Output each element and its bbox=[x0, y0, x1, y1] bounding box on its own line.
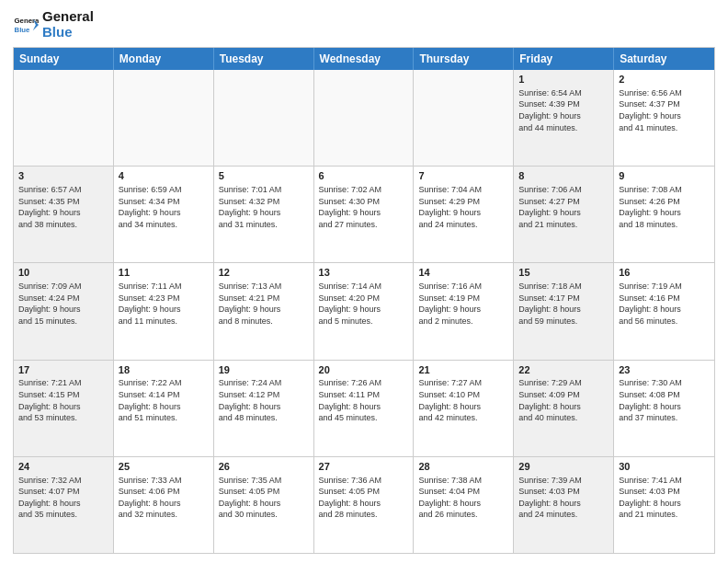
cell-info: Sunrise: 7:14 AM Sunset: 4:20 PM Dayligh… bbox=[319, 281, 409, 327]
logo-text-blue: Blue bbox=[42, 25, 94, 40]
calendar: SundayMondayTuesdayWednesdayThursdayFrid… bbox=[13, 47, 715, 554]
calendar-cell-23: 23Sunrise: 7:30 AM Sunset: 4:08 PM Dayli… bbox=[614, 361, 714, 456]
calendar-cell-9: 9Sunrise: 7:08 AM Sunset: 4:26 PM Daylig… bbox=[614, 167, 714, 262]
weekday-header-sunday: Sunday bbox=[14, 48, 114, 70]
day-number: 1 bbox=[518, 73, 609, 86]
day-number: 5 bbox=[219, 169, 309, 183]
header: General Blue General Blue bbox=[13, 9, 715, 40]
day-number: 19 bbox=[219, 363, 309, 377]
weekday-header-saturday: Saturday bbox=[614, 48, 714, 70]
weekday-header-thursday: Thursday bbox=[414, 48, 514, 70]
cell-info: Sunrise: 7:39 AM Sunset: 4:03 PM Dayligh… bbox=[518, 475, 609, 521]
calendar-header: SundayMondayTuesdayWednesdayThursdayFrid… bbox=[14, 48, 714, 70]
cell-info: Sunrise: 7:27 AM Sunset: 4:10 PM Dayligh… bbox=[418, 377, 508, 423]
day-number: 28 bbox=[418, 460, 508, 474]
calendar-cell-empty-0-2 bbox=[214, 70, 314, 166]
logo-icon: General Blue bbox=[13, 12, 39, 38]
day-number: 26 bbox=[219, 460, 309, 474]
calendar-cell-12: 12Sunrise: 7:13 AM Sunset: 4:21 PM Dayli… bbox=[214, 263, 314, 359]
weekday-header-friday: Friday bbox=[514, 48, 614, 70]
calendar-cell-empty-0-3 bbox=[314, 70, 415, 166]
calendar-body: 1Sunrise: 6:54 AM Sunset: 4:39 PM Daylig… bbox=[14, 70, 714, 553]
cell-info: Sunrise: 7:19 AM Sunset: 4:16 PM Dayligh… bbox=[619, 281, 710, 327]
calendar-cell-11: 11Sunrise: 7:11 AM Sunset: 4:23 PM Dayli… bbox=[114, 263, 214, 359]
day-number: 7 bbox=[418, 169, 508, 183]
day-number: 21 bbox=[418, 363, 508, 377]
svg-text:Blue: Blue bbox=[15, 25, 31, 33]
logo-text-general: General bbox=[42, 9, 94, 25]
calendar-row-2: 3Sunrise: 6:57 AM Sunset: 4:35 PM Daylig… bbox=[14, 166, 714, 262]
cell-info: Sunrise: 6:54 AM Sunset: 4:39 PM Dayligh… bbox=[518, 87, 609, 133]
cell-info: Sunrise: 7:30 AM Sunset: 4:08 PM Dayligh… bbox=[619, 377, 710, 423]
cell-info: Sunrise: 7:13 AM Sunset: 4:21 PM Dayligh… bbox=[219, 281, 309, 327]
cell-info: Sunrise: 7:29 AM Sunset: 4:09 PM Dayligh… bbox=[518, 377, 609, 423]
calendar-cell-28: 28Sunrise: 7:38 AM Sunset: 4:04 PM Dayli… bbox=[414, 457, 514, 553]
cell-info: Sunrise: 7:38 AM Sunset: 4:04 PM Dayligh… bbox=[418, 475, 508, 521]
cell-info: Sunrise: 7:06 AM Sunset: 4:27 PM Dayligh… bbox=[518, 184, 609, 230]
calendar-cell-3: 3Sunrise: 6:57 AM Sunset: 4:35 PM Daylig… bbox=[14, 167, 114, 262]
page: General Blue General Blue SundayMondayTu… bbox=[0, 0, 728, 563]
day-number: 16 bbox=[619, 266, 710, 280]
calendar-cell-16: 16Sunrise: 7:19 AM Sunset: 4:16 PM Dayli… bbox=[614, 263, 714, 359]
cell-info: Sunrise: 7:11 AM Sunset: 4:23 PM Dayligh… bbox=[119, 281, 209, 327]
day-number: 3 bbox=[18, 169, 108, 183]
cell-info: Sunrise: 7:18 AM Sunset: 4:17 PM Dayligh… bbox=[518, 281, 609, 327]
calendar-row-1: 1Sunrise: 6:54 AM Sunset: 4:39 PM Daylig… bbox=[14, 70, 714, 166]
cell-info: Sunrise: 7:26 AM Sunset: 4:11 PM Dayligh… bbox=[319, 377, 409, 423]
calendar-cell-1: 1Sunrise: 6:54 AM Sunset: 4:39 PM Daylig… bbox=[514, 70, 614, 166]
cell-info: Sunrise: 7:08 AM Sunset: 4:26 PM Dayligh… bbox=[619, 184, 710, 230]
calendar-cell-empty-0-4 bbox=[414, 70, 514, 166]
cell-info: Sunrise: 6:56 AM Sunset: 4:37 PM Dayligh… bbox=[619, 87, 710, 133]
calendar-cell-26: 26Sunrise: 7:35 AM Sunset: 4:05 PM Dayli… bbox=[214, 457, 314, 553]
day-number: 18 bbox=[119, 363, 209, 377]
cell-info: Sunrise: 6:59 AM Sunset: 4:34 PM Dayligh… bbox=[119, 184, 209, 230]
cell-info: Sunrise: 7:32 AM Sunset: 4:07 PM Dayligh… bbox=[18, 475, 108, 521]
calendar-cell-22: 22Sunrise: 7:29 AM Sunset: 4:09 PM Dayli… bbox=[514, 361, 614, 456]
calendar-row-5: 24Sunrise: 7:32 AM Sunset: 4:07 PM Dayli… bbox=[14, 456, 714, 553]
day-number: 10 bbox=[18, 266, 108, 280]
calendar-row-4: 17Sunrise: 7:21 AM Sunset: 4:15 PM Dayli… bbox=[14, 360, 714, 456]
cell-info: Sunrise: 7:16 AM Sunset: 4:19 PM Dayligh… bbox=[418, 281, 508, 327]
calendar-cell-empty-0-1 bbox=[114, 70, 214, 166]
day-number: 24 bbox=[18, 460, 108, 474]
day-number: 29 bbox=[518, 460, 609, 474]
calendar-cell-13: 13Sunrise: 7:14 AM Sunset: 4:20 PM Dayli… bbox=[314, 263, 415, 359]
calendar-cell-5: 5Sunrise: 7:01 AM Sunset: 4:32 PM Daylig… bbox=[214, 167, 314, 262]
svg-text:General: General bbox=[15, 17, 39, 25]
cell-info: Sunrise: 7:41 AM Sunset: 4:03 PM Dayligh… bbox=[619, 475, 710, 521]
calendar-cell-15: 15Sunrise: 7:18 AM Sunset: 4:17 PM Dayli… bbox=[514, 263, 614, 359]
cell-info: Sunrise: 7:36 AM Sunset: 4:05 PM Dayligh… bbox=[319, 475, 409, 521]
day-number: 20 bbox=[319, 363, 409, 377]
cell-info: Sunrise: 7:04 AM Sunset: 4:29 PM Dayligh… bbox=[418, 184, 508, 230]
calendar-cell-19: 19Sunrise: 7:24 AM Sunset: 4:12 PM Dayli… bbox=[214, 361, 314, 456]
calendar-cell-27: 27Sunrise: 7:36 AM Sunset: 4:05 PM Dayli… bbox=[314, 457, 415, 553]
calendar-cell-6: 6Sunrise: 7:02 AM Sunset: 4:30 PM Daylig… bbox=[314, 167, 415, 262]
day-number: 11 bbox=[119, 266, 209, 280]
calendar-cell-4: 4Sunrise: 6:59 AM Sunset: 4:34 PM Daylig… bbox=[114, 167, 214, 262]
day-number: 2 bbox=[619, 73, 710, 86]
cell-info: Sunrise: 7:09 AM Sunset: 4:24 PM Dayligh… bbox=[18, 281, 108, 327]
calendar-cell-21: 21Sunrise: 7:27 AM Sunset: 4:10 PM Dayli… bbox=[414, 361, 514, 456]
day-number: 15 bbox=[518, 266, 609, 280]
day-number: 27 bbox=[319, 460, 409, 474]
day-number: 30 bbox=[619, 460, 710, 474]
cell-info: Sunrise: 7:21 AM Sunset: 4:15 PM Dayligh… bbox=[18, 377, 108, 423]
calendar-cell-7: 7Sunrise: 7:04 AM Sunset: 4:29 PM Daylig… bbox=[414, 167, 514, 262]
day-number: 8 bbox=[518, 169, 609, 183]
calendar-cell-17: 17Sunrise: 7:21 AM Sunset: 4:15 PM Dayli… bbox=[14, 361, 114, 456]
calendar-cell-20: 20Sunrise: 7:26 AM Sunset: 4:11 PM Dayli… bbox=[314, 361, 415, 456]
day-number: 6 bbox=[319, 169, 409, 183]
day-number: 23 bbox=[619, 363, 710, 377]
weekday-header-tuesday: Tuesday bbox=[214, 48, 314, 70]
cell-info: Sunrise: 7:22 AM Sunset: 4:14 PM Dayligh… bbox=[119, 377, 209, 423]
weekday-header-monday: Monday bbox=[114, 48, 214, 70]
day-number: 13 bbox=[319, 266, 409, 280]
calendar-cell-14: 14Sunrise: 7:16 AM Sunset: 4:19 PM Dayli… bbox=[414, 263, 514, 359]
calendar-cell-25: 25Sunrise: 7:33 AM Sunset: 4:06 PM Dayli… bbox=[114, 457, 214, 553]
day-number: 9 bbox=[619, 169, 710, 183]
calendar-cell-30: 30Sunrise: 7:41 AM Sunset: 4:03 PM Dayli… bbox=[614, 457, 714, 553]
calendar-cell-2: 2Sunrise: 6:56 AM Sunset: 4:37 PM Daylig… bbox=[614, 70, 714, 166]
cell-info: Sunrise: 7:01 AM Sunset: 4:32 PM Dayligh… bbox=[219, 184, 309, 230]
cell-info: Sunrise: 6:57 AM Sunset: 4:35 PM Dayligh… bbox=[18, 184, 108, 230]
cell-info: Sunrise: 7:33 AM Sunset: 4:06 PM Dayligh… bbox=[119, 475, 209, 521]
